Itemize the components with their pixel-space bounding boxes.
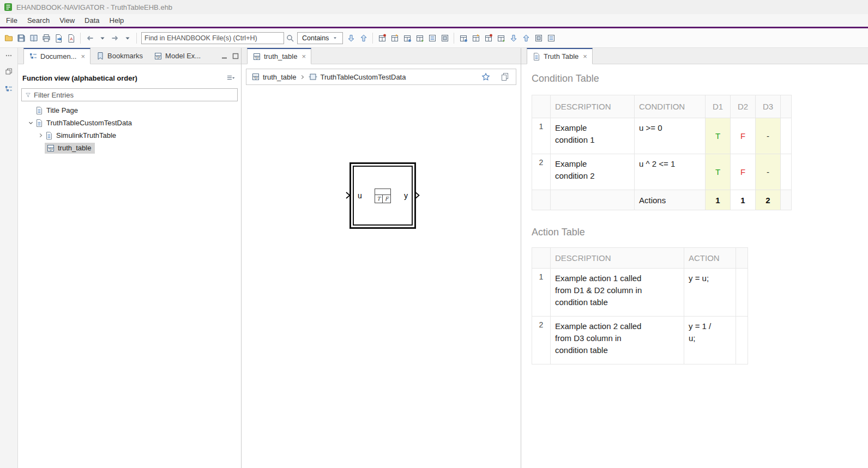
find-field[interactable] [141, 32, 284, 44]
selected-tree-item[interactable]: truth_table [45, 143, 95, 154]
breadcrumb-chevron-icon [299, 74, 305, 80]
model-blue-icon [403, 34, 412, 42]
tab-documents-label: Documen... [40, 52, 76, 60]
back-history-dropdown[interactable] [96, 32, 108, 45]
d2-value: F [731, 154, 756, 190]
filter-input[interactable] [34, 91, 234, 99]
tree-item-label: truth_table [58, 144, 91, 152]
extra-cell [781, 154, 792, 190]
find-next-button[interactable] [345, 32, 357, 45]
table-tool-2-button[interactable] [469, 32, 482, 45]
minimize-panel-button[interactable] [219, 48, 230, 64]
truth-table-block-icon: T F [375, 189, 391, 203]
list-icon [547, 34, 556, 42]
menu-view[interactable]: View [55, 15, 80, 26]
condition-table-title: Condition Table [532, 73, 858, 84]
col-action: ACTION [684, 248, 736, 269]
filter-box[interactable] [21, 88, 238, 101]
navigate-forward-button[interactable] [108, 32, 121, 45]
maximize-panel-button[interactable] [230, 48, 241, 64]
open-file-button[interactable] [2, 32, 15, 45]
tree-item-truth-table[interactable]: truth_table [18, 142, 241, 154]
breadcrumb: truth_table TruthTableCustomTestData [246, 69, 516, 85]
find-input[interactable] [144, 34, 281, 42]
document-icon [45, 131, 53, 140]
tab-truth-table[interactable]: Truth Table × [527, 48, 593, 64]
viewport-button[interactable] [545, 32, 557, 45]
outline-list-button[interactable] [426, 32, 438, 45]
action-row-2: 2 Example action 2 called from D3 column… [532, 317, 748, 364]
find-previous-button[interactable] [357, 32, 370, 45]
pdf-export-button[interactable] [65, 32, 77, 45]
outline-tree-icon [4, 85, 13, 94]
navigate-back-button[interactable] [83, 32, 96, 45]
chevron-right-icon[interactable] [36, 131, 45, 140]
export-button[interactable] [52, 32, 65, 45]
actions-label: Actions [635, 190, 706, 210]
truth-table-block[interactable]: u T F y [349, 162, 416, 229]
search-icon[interactable] [284, 32, 296, 44]
tab-close-icon[interactable]: × [583, 53, 587, 60]
arrow-left-icon [86, 34, 94, 42]
book-icon [29, 34, 38, 42]
truth-table-panel: Truth Table × Condition Table DESCRIPTIO… [521, 48, 868, 468]
model-link-button[interactable] [413, 32, 426, 45]
model-canvas[interactable]: u T F y [242, 89, 521, 468]
copy-button[interactable] [498, 70, 511, 83]
print-button[interactable] [40, 32, 52, 45]
menu-help[interactable]: Help [105, 15, 129, 26]
forward-history-dropdown[interactable] [121, 32, 134, 45]
list-icon [428, 34, 437, 42]
chevron-down-icon[interactable] [26, 119, 35, 127]
model-search-button[interactable] [376, 32, 388, 45]
step-down-button[interactable] [507, 32, 520, 45]
menu-search[interactable]: Search [22, 15, 55, 26]
fast-view-strip [0, 48, 18, 468]
action-table-title: Action Table [532, 227, 858, 238]
model-sync-button[interactable] [401, 32, 413, 45]
tab-documents[interactable]: Documen... × [23, 48, 91, 64]
tab-documents-close-icon[interactable]: × [81, 53, 85, 60]
compare-button[interactable] [495, 32, 507, 45]
view-menu-button[interactable] [224, 71, 237, 84]
model-blue-icon [459, 34, 468, 42]
row-number: 2 [532, 317, 551, 364]
tab-close-icon[interactable]: × [302, 53, 306, 60]
up-icon [522, 34, 531, 42]
condition-expression: u ^ 2 <= 1 [635, 154, 706, 190]
truth-table-icon [46, 144, 55, 153]
frame-view-button[interactable] [438, 32, 451, 45]
tab-bookmarks[interactable]: Bookmarks [91, 48, 148, 64]
contains-dropdown[interactable]: Contains [297, 32, 343, 44]
tree-item-title-page[interactable]: Title Page [18, 104, 241, 117]
restore-outline-button[interactable] [3, 83, 15, 96]
step-up-button[interactable] [520, 32, 532, 45]
tree-item-truthtablecustomtestdata[interactable]: TruthTableCustomTestData [18, 117, 241, 129]
down-icon [347, 34, 355, 42]
open-handbook-button[interactable] [27, 32, 40, 45]
favorite-button[interactable] [479, 70, 492, 83]
condition-description: Example condition 2 [551, 154, 635, 190]
menu-file[interactable]: File [1, 15, 22, 26]
open-model-button[interactable] [388, 32, 401, 45]
toolbar-model-group [345, 32, 557, 45]
toolbar-file-group [2, 32, 140, 45]
extra-cell [781, 190, 792, 210]
down-icon [509, 34, 518, 42]
table-tool-3-button[interactable] [482, 32, 495, 45]
row-number: 1 [532, 118, 551, 154]
restore-panel-button[interactable] [3, 65, 15, 78]
breadcrumb-item-truth-table[interactable]: truth_table [251, 72, 296, 81]
tab-truth-table-model[interactable]: truth_table × [247, 48, 311, 64]
save-button[interactable] [15, 32, 27, 45]
corner-cell [532, 248, 551, 269]
tree-item-simulinktruthtable[interactable]: SimulinkTruthTable [18, 129, 241, 142]
table-tool-1-button[interactable] [457, 32, 469, 45]
tab-bookmarks-label: Bookmarks [107, 52, 143, 60]
app-icon [4, 3, 13, 11]
tab-model-explorer[interactable]: Model Ex... [148, 48, 206, 64]
menu-data[interactable]: Data [80, 15, 104, 26]
action-expression: y = 1 / u; [684, 317, 736, 364]
swap-view-button[interactable] [532, 32, 545, 45]
breadcrumb-item-testdata[interactable]: TruthTableCustomTestData [309, 72, 406, 81]
